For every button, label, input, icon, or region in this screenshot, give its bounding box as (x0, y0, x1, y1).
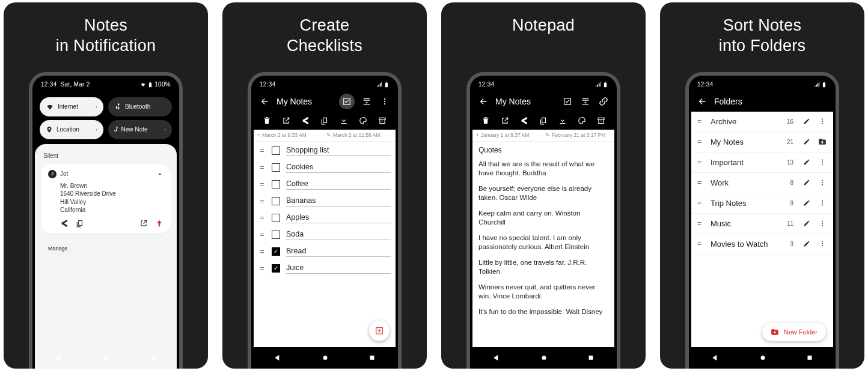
checklist-item-label[interactable]: Cookies (286, 163, 391, 173)
back-icon[interactable] (696, 95, 708, 107)
share-icon[interactable] (299, 115, 311, 127)
qs-newnote-chip[interactable]: J New Note › (108, 120, 172, 139)
checklist-item-label[interactable]: Soda (286, 230, 391, 240)
share-icon[interactable] (518, 115, 530, 127)
checklist-item-label[interactable]: Bread (286, 247, 391, 257)
format-icon[interactable] (579, 95, 591, 107)
palette-icon[interactable] (576, 115, 588, 127)
drag-handle-icon[interactable]: = (697, 117, 704, 125)
edit-icon[interactable] (802, 240, 811, 247)
folder-row[interactable]: =Work8 (691, 173, 833, 193)
note-body[interactable]: Quotes All that we are is the result of … (472, 142, 614, 327)
copy-icon[interactable] (537, 115, 549, 127)
checklist-item[interactable]: =Cookies (254, 158, 396, 175)
more-icon[interactable] (818, 118, 827, 125)
checklist-item[interactable]: =Shopping list (254, 142, 396, 158)
back-icon[interactable] (258, 95, 270, 107)
qs-bluetooth-chip[interactable]: Bluetooth (108, 97, 172, 116)
drag-handle-icon[interactable]: = (258, 264, 266, 273)
copy-icon[interactable] (319, 115, 331, 127)
archive-icon[interactable] (376, 115, 388, 127)
open-icon[interactable] (139, 219, 148, 228)
nav-back-icon[interactable] (711, 354, 720, 362)
checklist-item[interactable]: =Juice (254, 259, 396, 276)
delete-icon[interactable] (480, 115, 492, 127)
download-icon[interactable] (338, 115, 350, 127)
delete-icon[interactable] (261, 115, 273, 127)
checklist-item-label[interactable]: Apples (286, 213, 391, 223)
add-item-fab[interactable] (369, 321, 390, 341)
drag-handle-icon[interactable]: = (258, 163, 266, 172)
more-icon[interactable] (818, 220, 827, 227)
nav-recent-icon[interactable] (806, 354, 813, 361)
nav-home-icon[interactable] (102, 354, 111, 362)
nav-home-icon[interactable] (540, 354, 548, 362)
checklist-item-label[interactable]: Shopping list (286, 146, 391, 156)
edit-icon[interactable] (802, 118, 811, 125)
open-external-icon[interactable] (280, 115, 292, 127)
folder-row[interactable]: =Archive16 (691, 112, 833, 132)
nav-back-icon[interactable] (274, 354, 282, 362)
download-icon[interactable] (557, 115, 569, 127)
more-icon[interactable] (818, 199, 827, 207)
drag-handle-icon[interactable]: = (697, 199, 704, 207)
drag-handle-icon[interactable]: = (258, 247, 266, 256)
checklist-item[interactable]: =Coffee (254, 175, 396, 192)
folder-row[interactable]: =Trip Notes9 (691, 193, 833, 214)
archive-icon[interactable] (595, 115, 607, 127)
more-icon[interactable] (818, 158, 827, 166)
checklist-item[interactable]: =Soda (254, 226, 396, 243)
more-icon[interactable] (818, 240, 827, 247)
drag-handle-icon[interactable]: = (697, 137, 704, 146)
checkbox[interactable] (272, 264, 280, 273)
format-icon[interactable] (361, 95, 373, 107)
palette-icon[interactable] (357, 115, 369, 127)
checklist-item[interactable]: =Bananas (254, 192, 396, 209)
checklist-item-label[interactable]: Juice (286, 264, 391, 274)
more-icon[interactable] (818, 179, 827, 186)
qs-internet-chip[interactable]: Internet › (40, 97, 103, 116)
folder-row[interactable]: =My Notes21 (691, 132, 833, 152)
nav-back-icon[interactable] (492, 354, 501, 362)
checkbox[interactable] (272, 146, 280, 155)
nav-recent-icon[interactable] (150, 354, 157, 361)
drag-handle-icon[interactable]: = (697, 240, 704, 248)
drag-handle-icon[interactable]: = (697, 158, 704, 166)
nav-home-icon[interactable] (321, 354, 329, 362)
drag-handle-icon[interactable]: = (258, 197, 266, 205)
drag-handle-icon[interactable]: = (258, 180, 266, 189)
edit-icon[interactable] (802, 138, 811, 145)
checkbox-mode-icon[interactable] (339, 94, 355, 109)
checkbox[interactable] (272, 197, 280, 205)
checklist-item-label[interactable]: Coffee (286, 179, 391, 190)
link-icon[interactable] (598, 95, 610, 107)
back-icon[interactable] (477, 95, 489, 107)
new-folder-button[interactable]: New Folder (762, 323, 826, 341)
folder-row[interactable]: =Movies to Watch3 (691, 234, 833, 255)
manage-button[interactable]: Manage (41, 242, 75, 255)
checklist-item-label[interactable]: Bananas (286, 196, 391, 207)
checkbox[interactable] (272, 247, 280, 256)
nav-back-icon[interactable] (55, 354, 63, 362)
open-external-icon[interactable] (499, 115, 511, 127)
drag-handle-icon[interactable]: = (697, 178, 704, 187)
drag-handle-icon[interactable]: = (258, 214, 266, 222)
qs-location-chip[interactable]: Location › (40, 120, 103, 139)
checkbox[interactable] (272, 180, 280, 189)
share-icon[interactable] (60, 219, 69, 228)
edit-icon[interactable] (802, 220, 811, 227)
checkbox[interactable] (272, 163, 280, 172)
checkbox[interactable] (272, 231, 280, 239)
checklist-item[interactable]: =Bread (254, 243, 396, 259)
checklist-item[interactable]: =Apples (254, 209, 396, 226)
notification-card[interactable]: J Jot Mr. Brown 1640 Riverside Drive Hil… (41, 164, 171, 234)
drag-handle-icon[interactable]: = (258, 231, 266, 239)
folder-row[interactable]: =Music11 (691, 214, 833, 234)
nav-recent-icon[interactable] (368, 354, 376, 361)
copy-icon[interactable] (76, 219, 84, 228)
edit-icon[interactable] (802, 179, 811, 186)
nav-recent-icon[interactable] (587, 354, 594, 361)
folder-row[interactable]: =Important13 (691, 152, 833, 173)
edit-icon[interactable] (802, 158, 811, 166)
pin-icon[interactable] (155, 219, 164, 228)
